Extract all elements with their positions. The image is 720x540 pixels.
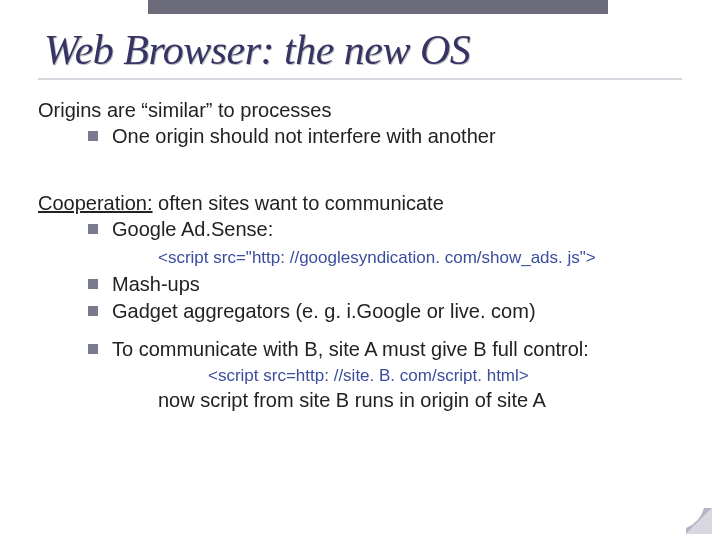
closing-line: now script from site B runs in origin of… <box>158 388 682 412</box>
square-bullet-icon <box>88 306 98 316</box>
bullet-text-part: Gadget aggregators (e. g. <box>112 300 347 322</box>
decorative-top-bar <box>148 0 608 14</box>
heading-rest: often sites want to communicate <box>153 192 444 214</box>
square-bullet-icon <box>88 131 98 141</box>
code-snippet-siteb: <script src=http: //site. B. com/script.… <box>208 366 682 387</box>
bullet-text: To communicate with B, site A must give … <box>112 337 589 361</box>
bullet-text: One origin should not interfere with ano… <box>112 124 496 148</box>
square-bullet-icon <box>88 344 98 354</box>
bullet-text: Google Ad.Sense: <box>112 217 273 241</box>
underlined-label: Cooperation: <box>38 192 153 214</box>
list-item: Mash-ups <box>88 272 682 296</box>
page-curl-icon <box>686 508 712 534</box>
title-divider <box>38 78 682 80</box>
list-item: To communicate with B, site A must give … <box>88 337 682 361</box>
point-cooperation-heading: Cooperation: often sites want to communi… <box>38 191 682 215</box>
list-item: Google Ad.Sense: <box>88 217 682 241</box>
bullet-text-part: i.Google or live. com) <box>347 300 536 322</box>
spacer <box>38 151 682 185</box>
code-snippet-adsense: <script src="http: //googlesyndication. … <box>158 248 682 269</box>
bullet-text: Gadget aggregators (e. g. i.Google or li… <box>112 299 536 323</box>
spacer <box>38 325 682 335</box>
slide: Web Browser: the new OS Origins are “sim… <box>0 0 720 540</box>
square-bullet-icon <box>88 224 98 234</box>
list-item: One origin should not interfere with ano… <box>88 124 682 148</box>
slide-body: Origins are “similar” to processes One o… <box>38 98 682 413</box>
list-item: Gadget aggregators (e. g. i.Google or li… <box>88 299 682 323</box>
bullet-text: Mash-ups <box>112 272 200 296</box>
point-origins-heading: Origins are “similar” to processes <box>38 98 682 122</box>
square-bullet-icon <box>88 279 98 289</box>
